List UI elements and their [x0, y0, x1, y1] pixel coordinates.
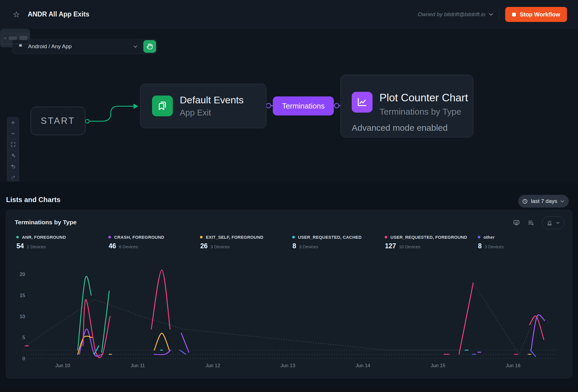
- lists-and-charts-section: Lists and Charts last 7 days Termination…: [0, 182, 578, 387]
- list-search-icon: [527, 219, 534, 226]
- svg-text:5: 5: [23, 335, 25, 340]
- stop-icon: [512, 13, 516, 16]
- legend-color-dot: [16, 236, 19, 238]
- alerts-dropdown-button[interactable]: [542, 216, 564, 229]
- node-plot-counter-chart[interactable]: Plot Counter Chart Terminations by Type …: [340, 75, 473, 137]
- legend-item-other[interactable]: other 83 Devices: [478, 235, 504, 250]
- node-plot-subtitle: Terminations by Type: [379, 107, 468, 117]
- maximize-icon: [11, 142, 16, 147]
- card-title: Terminations by Type: [15, 219, 77, 226]
- workflow-title: ANDR All App Exits: [28, 10, 89, 18]
- undo-icon: [11, 164, 16, 169]
- owner-dropdown[interactable]: Owned by bitdrift@bitdrift.io: [418, 11, 494, 18]
- platform-selector-label: Android / Any App: [28, 43, 129, 50]
- stop-workflow-button[interactable]: Stop Workflow: [505, 7, 567, 22]
- svg-text:Jun 10: Jun 10: [55, 363, 70, 368]
- workflow-page: ☆ ANDR All App Exits Owned by bitdrift@b…: [0, 0, 578, 392]
- workflow-canvas[interactable]: Android / Any App: [0, 29, 578, 182]
- legend-devices: 3 Devices: [299, 244, 318, 249]
- terminations-line-chart: 05101520Jun 10Jun 11Jun 12Jun 13Jun 14Ju…: [12, 264, 570, 374]
- presentation-chart-icon: [513, 219, 520, 226]
- node-plot-title: Plot Counter Chart: [379, 92, 468, 104]
- legend-value: 127: [385, 242, 396, 250]
- node-start[interactable]: START: [31, 107, 85, 135]
- legend-item-anr[interactable]: ANR, FOREGROUND 542 Devices: [16, 235, 66, 250]
- legend-devices: 3 Devices: [211, 244, 230, 249]
- platform-toolbar: Android / Any App: [12, 39, 157, 54]
- legend-label: EXIT_SELF, FOREGROUND: [206, 235, 263, 240]
- legend-label: CRASH, FOREGROUND: [114, 235, 164, 240]
- owner-label: Owned by bitdrift@bitdrift.io: [418, 11, 486, 18]
- redo-button[interactable]: [7, 172, 19, 183]
- legend-color-dot: [108, 236, 111, 238]
- minimap-node: [4, 37, 6, 39]
- platform-toolbar-divider: [142, 39, 142, 54]
- query-logs-button[interactable]: [527, 219, 534, 226]
- time-range-selector[interactable]: last 7 days: [518, 195, 569, 208]
- zoom-in-button[interactable]: [7, 117, 19, 128]
- legend-value: 46: [109, 242, 116, 250]
- bookmark-icon: [152, 96, 173, 116]
- card-actions: [513, 216, 564, 229]
- legend-color-dot: [385, 236, 387, 238]
- top-bar: ☆ ANDR All App Exits Owned by bitdrift@b…: [0, 0, 578, 29]
- node-terminations[interactable]: Terminations: [273, 96, 334, 115]
- svg-text:Jun 15: Jun 15: [431, 363, 445, 368]
- minus-icon: [10, 131, 16, 136]
- node-default-events[interactable]: Default Events App Exit: [140, 84, 266, 128]
- legend-value: 26: [200, 242, 208, 250]
- topbar-right-group: Owned by bitdrift@bitdrift.io Stop Workf…: [418, 0, 567, 29]
- legend-label: USER_REQUESTED, CACHED: [298, 235, 362, 240]
- chevron-down-icon: [133, 45, 138, 48]
- dashboard-add-button[interactable]: [513, 219, 520, 226]
- legend-item-exit-self[interactable]: EXIT_SELF, FOREGROUND 263 Devices: [200, 235, 263, 250]
- pan-hand-button[interactable]: [143, 40, 156, 53]
- favorite-star-icon[interactable]: ☆: [13, 10, 20, 19]
- svg-text:10: 10: [20, 314, 25, 319]
- fit-view-button[interactable]: [7, 139, 19, 150]
- legend-color-dot: [200, 236, 203, 238]
- clock-icon: [522, 199, 528, 204]
- hand-icon: [147, 43, 153, 50]
- svg-text:Jun 12: Jun 12: [205, 363, 220, 368]
- section-title: Lists and Charts: [6, 196, 60, 204]
- redo-icon: [11, 175, 16, 180]
- stop-workflow-label: Stop Workflow: [520, 11, 560, 18]
- siren-icon: [546, 220, 553, 226]
- canvas-toolbar: [7, 117, 19, 183]
- chevron-down-icon: [560, 200, 564, 203]
- sparkles-icon: [11, 153, 16, 158]
- legend-item-user-requested-cached[interactable]: USER_REQUESTED, CACHED 83 Devices: [292, 235, 362, 250]
- legend-value: 8: [292, 242, 296, 250]
- legend-value: 54: [16, 242, 24, 250]
- chevron-down-icon: [489, 13, 493, 16]
- minimap-node: [19, 36, 27, 40]
- chart-plot-area: 05101520Jun 10Jun 11Jun 12Jun 13Jun 14Ju…: [12, 264, 570, 374]
- topbar-divider: [499, 9, 499, 20]
- legend-item-crash[interactable]: CRASH, FOREGROUND 466 Devices: [108, 235, 164, 250]
- legend-devices: 2 Devices: [27, 244, 46, 249]
- platform-selector[interactable]: Android / Any App: [12, 39, 142, 54]
- legend-label: USER_REQUESTED, FOREGROUND: [390, 235, 467, 240]
- legend-devices: 3 Devices: [485, 244, 504, 249]
- legend-value: 8: [478, 242, 482, 250]
- svg-text:15: 15: [20, 293, 25, 298]
- svg-text:Jun 16: Jun 16: [506, 363, 520, 368]
- legend-label: ANR, FOREGROUND: [22, 235, 66, 240]
- zoom-out-button[interactable]: [7, 128, 19, 139]
- legend-color-dot: [478, 236, 480, 238]
- legend-color-dot: [292, 236, 295, 238]
- node-default-events-subtitle: App Exit: [180, 108, 244, 117]
- chevron-down-icon: [556, 222, 560, 224]
- svg-text:Jun 14: Jun 14: [355, 363, 370, 368]
- terminations-chart-card: Terminations by Type ANR, FOREGROUND 542…: [6, 210, 572, 378]
- svg-text:Jun 11: Jun 11: [131, 363, 145, 368]
- legend-item-user-requested-foreground[interactable]: USER_REQUESTED, FOREGROUND 12710 Devices: [385, 235, 467, 250]
- time-range-label: last 7 days: [531, 198, 557, 204]
- legend-devices: 10 Devices: [399, 244, 420, 249]
- undo-button[interactable]: [7, 161, 19, 172]
- legend-label: other: [483, 235, 495, 240]
- auto-layout-button[interactable]: [7, 150, 19, 161]
- node-default-events-title: Default Events: [180, 94, 244, 106]
- plus-icon: [10, 120, 16, 125]
